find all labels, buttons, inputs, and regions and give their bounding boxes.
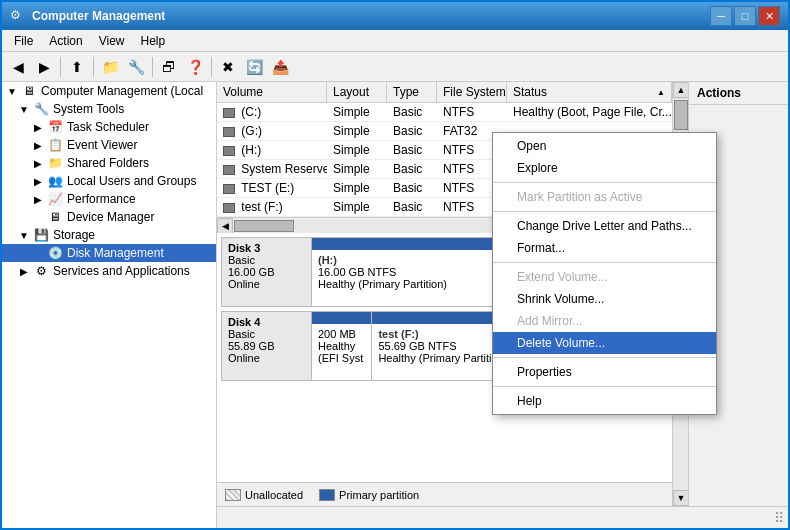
ctx-format[interactable]: Format... [493,237,716,259]
disk-4-status: Online [228,352,305,364]
export-toolbar-button[interactable]: 📤 [268,55,292,79]
disk-3-label: Disk 3 Basic 16.00 GB Online [222,238,312,306]
expand-icon-perf: ▶ [30,194,46,205]
disk-3-status: Online [228,278,305,290]
users-icon: 👥 [46,173,64,189]
tree-item-local-users[interactable]: ▶ 👥 Local Users and Groups [2,172,216,190]
new-window-button[interactable]: 🗗 [157,55,181,79]
disk-4-title: Disk 4 [228,316,305,328]
disk-3-type: Basic [228,254,305,266]
help-toolbar-button[interactable]: ❓ [183,55,207,79]
tree-label-services: Services and Applications [53,264,190,278]
menu-file[interactable]: File [6,32,41,50]
resize-grip-icon: ⠿ [774,510,784,526]
folder-icon: 📁 [46,155,64,171]
tree-label-computer: Computer Management (Local [41,84,203,98]
tree-label-tools: System Tools [53,102,124,116]
ctx-properties[interactable]: Properties [493,361,716,383]
ctx-sep-3 [493,262,716,263]
cell-volume-test-f: test (F:) [217,198,327,216]
back-button[interactable]: ◀ [6,55,30,79]
menu-help[interactable]: Help [133,32,174,50]
col-fs[interactable]: File System [437,82,507,102]
disk-4-vol-efi[interactable]: 200 MB Healthy (EFI Syst [312,312,372,380]
tree-item-shared-folders[interactable]: ▶ 📁 Shared Folders [2,154,216,172]
cell-layout-0: Simple [327,103,387,121]
ctx-help[interactable]: Help [493,390,716,412]
col-type[interactable]: Type [387,82,437,102]
disk-3-title: Disk 3 [228,242,305,254]
vscroll-thumb[interactable] [674,100,688,130]
cell-layout-4: Simple [327,179,387,197]
close-button[interactable]: ✕ [758,6,780,26]
disk-4-label: Disk 4 Basic 55.89 GB Online [222,312,312,380]
tree-item-disk-management[interactable]: 💿 Disk Management [2,244,216,262]
disk-4-vol-efi-desc: Healthy (EFI Syst [318,340,365,364]
delete-toolbar-button[interactable]: ✖ [216,55,240,79]
hscroll-thumb[interactable] [234,220,294,232]
ctx-explore[interactable]: Explore [493,157,716,179]
legend-bar: Unallocated Primary partition [217,482,672,506]
tree-panel: ▼ 🖥 Computer Management (Local ▼ 🔧 Syste… [2,82,217,528]
tree-item-device-manager[interactable]: 🖥 Device Manager [2,208,216,226]
vscroll-down[interactable]: ▼ [673,490,689,506]
show-hide-button[interactable]: 📁 [98,55,122,79]
table-row[interactable]: (C:) Simple Basic NTFS Healthy (Boot, Pa… [217,103,672,122]
maximize-button[interactable]: □ [734,6,756,26]
legend-unallocated-box [225,489,241,501]
disk-3-size: 16.00 GB [228,266,305,278]
tree-label-scheduler: Task Scheduler [67,120,149,134]
legend-primary-box [319,489,335,501]
toolbar: ◀ ▶ ⬆ 📁 🔧 🗗 ❓ ✖ 🔄 📤 [2,52,788,82]
tree-item-system-tools[interactable]: ▼ 🔧 System Tools [2,100,216,118]
col-type-label: Type [393,85,419,99]
tree-item-task-scheduler[interactable]: ▶ 📅 Task Scheduler [2,118,216,136]
col-volume-label: Volume [223,85,263,99]
cell-type-0: Basic [387,103,437,121]
col-status-label: Status [513,85,547,99]
status-bar: ⠿ [217,506,788,528]
tree-item-performance[interactable]: ▶ 📈 Performance [2,190,216,208]
scheduler-icon: 📅 [46,119,64,135]
tree-item-storage[interactable]: ▼ 💾 Storage [2,226,216,244]
menu-action[interactable]: Action [41,32,90,50]
disk-4-vol-efi-size: 200 MB [318,328,365,340]
title-bar: ⚙ Computer Management ─ □ ✕ [2,2,788,30]
cell-status-0: Healthy (Boot, Page File, Cr... [507,103,672,121]
ctx-sep-2 [493,211,716,212]
col-layout[interactable]: Layout [327,82,387,102]
ctx-sep-5 [493,386,716,387]
cell-type-1: Basic [387,122,437,140]
cell-type-5: Basic [387,198,437,216]
minimize-button[interactable]: ─ [710,6,732,26]
ctx-shrink[interactable]: Shrink Volume... [493,288,716,310]
toolbar-separator-2 [93,57,94,77]
tree-label-disk: Disk Management [67,246,164,260]
ctx-extend: Extend Volume... [493,266,716,288]
expand-icon-event: ▶ [30,140,46,151]
tree-item-services[interactable]: ▶ ⚙ Services and Applications [2,262,216,280]
computer-icon: 🖥 [20,83,38,99]
refresh-toolbar-button[interactable]: 🔄 [242,55,266,79]
properties-toolbar-button[interactable]: 🔧 [124,55,148,79]
tree-item-event-viewer[interactable]: ▶ 📋 Event Viewer [2,136,216,154]
ctx-open[interactable]: Open [493,135,716,157]
menu-view[interactable]: View [91,32,133,50]
ctx-delete-volume[interactable]: Delete Volume... [493,332,716,354]
up-button[interactable]: ⬆ [65,55,89,79]
tree-item-computer-management[interactable]: ▼ 🖥 Computer Management (Local [2,82,216,100]
ctx-change-drive[interactable]: Change Drive Letter and Paths... [493,215,716,237]
hscroll-left[interactable]: ◀ [217,218,233,234]
cell-volume-test-e: TEST (E:) [217,179,327,197]
col-status[interactable]: Status ▲ [507,82,672,102]
legend-primary: Primary partition [319,489,419,501]
forward-button[interactable]: ▶ [32,55,56,79]
menu-bar: File Action View Help [2,30,788,52]
vscroll-up[interactable]: ▲ [673,82,689,98]
col-layout-label: Layout [333,85,369,99]
col-volume[interactable]: Volume [217,82,327,102]
cell-type-2: Basic [387,141,437,159]
tree-label-performance: Performance [67,192,136,206]
cell-layout-3: Simple [327,160,387,178]
tree-label-event: Event Viewer [67,138,137,152]
